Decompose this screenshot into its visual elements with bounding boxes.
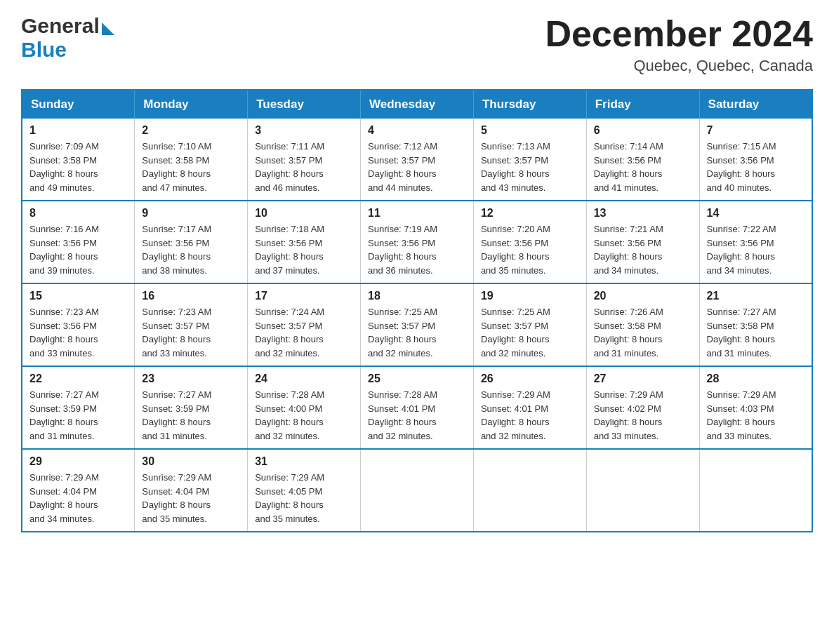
day-info: Sunrise: 7:10 AM Sunset: 3:58 PM Dayligh…	[142, 141, 211, 193]
day-info: Sunrise: 7:27 AM Sunset: 3:59 PM Dayligh…	[142, 389, 211, 441]
calendar-cell: 25 Sunrise: 7:28 AM Sunset: 4:01 PM Dayl…	[361, 366, 474, 449]
header-wednesday: Wednesday	[361, 90, 474, 119]
calendar-cell: 4 Sunrise: 7:12 AM Sunset: 3:57 PM Dayli…	[361, 119, 474, 201]
calendar-cell: 15 Sunrise: 7:23 AM Sunset: 3:56 PM Dayl…	[22, 283, 135, 366]
header-friday: Friday	[586, 90, 699, 119]
day-number: 29	[29, 455, 127, 468]
calendar-cell	[586, 449, 699, 532]
day-info: Sunrise: 7:25 AM Sunset: 3:57 PM Dayligh…	[368, 307, 437, 358]
calendar-cell: 29 Sunrise: 7:29 AM Sunset: 4:04 PM Dayl…	[22, 449, 135, 532]
day-number: 14	[707, 207, 805, 220]
day-info: Sunrise: 7:23 AM Sunset: 3:56 PM Dayligh…	[29, 307, 99, 358]
day-info: Sunrise: 7:17 AM Sunset: 3:56 PM Dayligh…	[142, 224, 211, 276]
location-label: Quebec, Quebec, Canada	[545, 57, 813, 75]
day-number: 22	[29, 373, 127, 385]
day-number: 31	[255, 455, 353, 468]
calendar-cell: 2 Sunrise: 7:10 AM Sunset: 3:58 PM Dayli…	[135, 119, 248, 201]
day-info: Sunrise: 7:12 AM Sunset: 3:57 PM Dayligh…	[368, 141, 437, 193]
day-number: 23	[142, 373, 240, 385]
day-number: 20	[594, 290, 692, 302]
day-number: 1	[29, 124, 127, 137]
day-info: Sunrise: 7:19 AM Sunset: 3:56 PM Dayligh…	[368, 224, 437, 276]
day-info: Sunrise: 7:18 AM Sunset: 3:56 PM Dayligh…	[255, 224, 324, 276]
calendar-cell: 6 Sunrise: 7:14 AM Sunset: 3:56 PM Dayli…	[586, 119, 699, 201]
week-row-5: 29 Sunrise: 7:29 AM Sunset: 4:04 PM Dayl…	[22, 449, 812, 532]
day-number: 7	[707, 124, 805, 137]
day-info: Sunrise: 7:16 AM Sunset: 3:56 PM Dayligh…	[29, 224, 99, 276]
week-row-3: 15 Sunrise: 7:23 AM Sunset: 3:56 PM Dayl…	[22, 283, 812, 366]
calendar-cell: 3 Sunrise: 7:11 AM Sunset: 3:57 PM Dayli…	[248, 119, 361, 201]
calendar-cell: 9 Sunrise: 7:17 AM Sunset: 3:56 PM Dayli…	[135, 201, 248, 283]
day-info: Sunrise: 7:29 AM Sunset: 4:04 PM Dayligh…	[29, 472, 99, 524]
week-row-2: 8 Sunrise: 7:16 AM Sunset: 3:56 PM Dayli…	[22, 201, 812, 283]
month-title: December 2024	[545, 14, 813, 54]
day-info: Sunrise: 7:11 AM Sunset: 3:57 PM Dayligh…	[255, 141, 324, 193]
day-info: Sunrise: 7:25 AM Sunset: 3:57 PM Dayligh…	[481, 307, 550, 358]
day-number: 25	[368, 373, 466, 385]
day-info: Sunrise: 7:13 AM Sunset: 3:57 PM Dayligh…	[481, 141, 550, 193]
header-thursday: Thursday	[473, 90, 586, 119]
calendar-cell: 20 Sunrise: 7:26 AM Sunset: 3:58 PM Dayl…	[586, 283, 699, 366]
day-info: Sunrise: 7:29 AM Sunset: 4:01 PM Dayligh…	[481, 389, 550, 441]
calendar-cell: 27 Sunrise: 7:29 AM Sunset: 4:02 PM Dayl…	[586, 366, 699, 449]
logo: General Blue	[21, 14, 114, 62]
calendar-cell: 13 Sunrise: 7:21 AM Sunset: 3:56 PM Dayl…	[586, 201, 699, 283]
calendar-cell: 30 Sunrise: 7:29 AM Sunset: 4:04 PM Dayl…	[135, 449, 248, 532]
calendar-cell: 21 Sunrise: 7:27 AM Sunset: 3:58 PM Dayl…	[699, 283, 812, 366]
calendar-cell: 12 Sunrise: 7:20 AM Sunset: 3:56 PM Dayl…	[473, 201, 586, 283]
calendar-cell	[699, 449, 812, 532]
day-info: Sunrise: 7:27 AM Sunset: 3:59 PM Dayligh…	[29, 389, 99, 441]
day-info: Sunrise: 7:29 AM Sunset: 4:05 PM Dayligh…	[255, 472, 324, 524]
day-number: 12	[481, 207, 579, 220]
day-number: 13	[594, 207, 692, 220]
days-header-row: SundayMondayTuesdayWednesdayThursdayFrid…	[22, 90, 812, 119]
day-number: 26	[481, 373, 579, 385]
week-row-1: 1 Sunrise: 7:09 AM Sunset: 3:58 PM Dayli…	[22, 119, 812, 201]
day-number: 2	[142, 124, 240, 137]
day-number: 18	[368, 290, 466, 302]
day-info: Sunrise: 7:29 AM Sunset: 4:02 PM Dayligh…	[594, 389, 663, 441]
day-info: Sunrise: 7:09 AM Sunset: 3:58 PM Dayligh…	[29, 141, 99, 193]
calendar-cell: 5 Sunrise: 7:13 AM Sunset: 3:57 PM Dayli…	[473, 119, 586, 201]
calendar-cell: 10 Sunrise: 7:18 AM Sunset: 3:56 PM Dayl…	[248, 201, 361, 283]
day-number: 15	[29, 290, 127, 302]
calendar-cell: 11 Sunrise: 7:19 AM Sunset: 3:56 PM Dayl…	[361, 201, 474, 283]
day-number: 9	[142, 207, 240, 220]
day-number: 11	[368, 207, 466, 220]
title-section: December 2024 Quebec, Quebec, Canada	[545, 14, 813, 75]
day-info: Sunrise: 7:24 AM Sunset: 3:57 PM Dayligh…	[255, 307, 324, 358]
day-number: 30	[142, 455, 240, 468]
calendar-cell: 24 Sunrise: 7:28 AM Sunset: 4:00 PM Dayl…	[248, 366, 361, 449]
calendar-cell: 7 Sunrise: 7:15 AM Sunset: 3:56 PM Dayli…	[699, 119, 812, 201]
calendar-cell	[473, 449, 586, 532]
day-number: 27	[594, 373, 692, 385]
calendar-cell: 19 Sunrise: 7:25 AM Sunset: 3:57 PM Dayl…	[473, 283, 586, 366]
calendar-cell: 1 Sunrise: 7:09 AM Sunset: 3:58 PM Dayli…	[22, 119, 135, 201]
calendar-cell: 26 Sunrise: 7:29 AM Sunset: 4:01 PM Dayl…	[473, 366, 586, 449]
logo-blue-text: Blue	[21, 38, 67, 61]
day-number: 5	[481, 124, 579, 137]
day-info: Sunrise: 7:23 AM Sunset: 3:57 PM Dayligh…	[142, 307, 211, 358]
day-info: Sunrise: 7:14 AM Sunset: 3:56 PM Dayligh…	[594, 141, 663, 193]
day-info: Sunrise: 7:28 AM Sunset: 4:00 PM Dayligh…	[255, 389, 324, 441]
logo-triangle-icon	[102, 22, 114, 35]
day-info: Sunrise: 7:29 AM Sunset: 4:03 PM Dayligh…	[707, 389, 776, 441]
day-number: 3	[255, 124, 353, 137]
day-number: 28	[707, 373, 805, 385]
day-number: 24	[255, 373, 353, 385]
calendar-table: SundayMondayTuesdayWednesdayThursdayFrid…	[21, 89, 813, 532]
header-sunday: Sunday	[22, 90, 135, 119]
day-info: Sunrise: 7:20 AM Sunset: 3:56 PM Dayligh…	[481, 224, 550, 276]
calendar-cell: 31 Sunrise: 7:29 AM Sunset: 4:05 PM Dayl…	[248, 449, 361, 532]
header-saturday: Saturday	[699, 90, 812, 119]
day-number: 17	[255, 290, 353, 302]
day-info: Sunrise: 7:28 AM Sunset: 4:01 PM Dayligh…	[368, 389, 437, 441]
day-number: 6	[594, 124, 692, 137]
calendar-cell: 22 Sunrise: 7:27 AM Sunset: 3:59 PM Dayl…	[22, 366, 135, 449]
calendar-cell: 23 Sunrise: 7:27 AM Sunset: 3:59 PM Dayl…	[135, 366, 248, 449]
calendar-cell: 16 Sunrise: 7:23 AM Sunset: 3:57 PM Dayl…	[135, 283, 248, 366]
page-header: General Blue December 2024 Quebec, Quebe…	[21, 14, 813, 75]
day-info: Sunrise: 7:26 AM Sunset: 3:58 PM Dayligh…	[594, 307, 663, 358]
day-number: 4	[368, 124, 466, 137]
day-info: Sunrise: 7:21 AM Sunset: 3:56 PM Dayligh…	[594, 224, 663, 276]
